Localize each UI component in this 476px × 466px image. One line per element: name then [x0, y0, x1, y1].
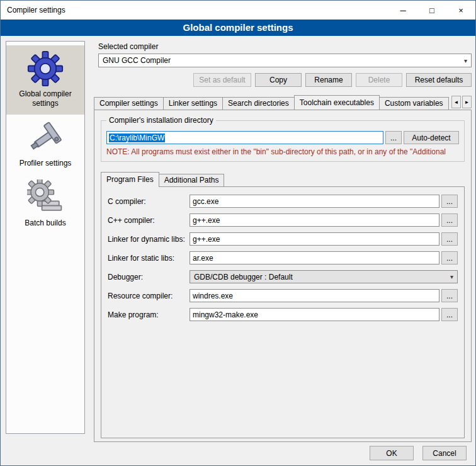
page-title: Global compiler settings: [1, 20, 475, 36]
delete-button[interactable]: Delete: [356, 73, 402, 87]
static-linker-input[interactable]: [190, 251, 439, 264]
titlebar: Compiler settings ─ □ ×: [1, 1, 475, 20]
auto-detect-button[interactable]: Auto-detect: [404, 131, 459, 144]
maximize-button[interactable]: □: [417, 1, 446, 20]
tab-linker-settings[interactable]: Linker settings: [163, 97, 223, 110]
field-row: C compiler: ...: [108, 195, 458, 208]
program-files-panel: C compiler: ... C++ compiler: ... Linker…: [101, 186, 465, 438]
minimize-button[interactable]: ─: [388, 1, 417, 20]
static-linker-browse-button[interactable]: ...: [441, 251, 458, 264]
field-row: Linker for static libs: ...: [108, 251, 458, 264]
sidebar-item-label: Global compiler settings: [8, 89, 83, 108]
tab-scroll-right-button[interactable]: ►: [462, 96, 472, 108]
note-text: NOTE: All programs must exist either in …: [106, 147, 459, 156]
sidebar-item-label: Batch builds: [8, 219, 83, 228]
window-title: Compiler settings: [1, 6, 388, 14]
ok-button[interactable]: OK: [370, 446, 414, 460]
tab-scroll-left-button[interactable]: ◄: [451, 96, 461, 108]
sidebar: Global compiler settings Profiler settin…: [6, 41, 85, 434]
sidebar-item-batch-builds[interactable]: Batch builds: [6, 174, 84, 234]
compiler-buttons-row: Set as default Copy Rename Delete Reset …: [93, 73, 472, 87]
tab-build-options[interactable]: Build options: [448, 97, 449, 110]
debugger-select[interactable]: GDB/CDB debugger : Default ▾: [190, 270, 458, 283]
dynamic-linker-label: Linker for dynamic libs:: [108, 235, 190, 244]
make-program-browse-button[interactable]: ...: [441, 308, 458, 321]
cancel-button[interactable]: Cancel: [422, 446, 467, 460]
chevron-down-icon: ▾: [464, 57, 467, 64]
static-linker-label: Linker for static libs:: [108, 254, 190, 263]
field-row: Linker for dynamic libs: ...: [108, 232, 458, 246]
cpp-compiler-label: C++ compiler:: [108, 216, 190, 225]
installation-directory-input[interactable]: C:\raylib\MinGW: [106, 131, 383, 144]
field-row: C++ compiler: ...: [108, 213, 458, 227]
c-compiler-input[interactable]: [190, 195, 439, 208]
debugger-select-value: GDB/CDB debugger : Default: [194, 273, 293, 281]
c-compiler-label: C compiler:: [108, 197, 190, 206]
tab-additional-paths[interactable]: Additional Paths: [159, 174, 225, 186]
dynamic-linker-input[interactable]: [190, 232, 439, 246]
toolchain-executables-panel: Compiler's installation directory C:\ray…: [94, 110, 472, 442]
close-button[interactable]: ×: [446, 1, 475, 20]
gear-gray-icon: [27, 179, 64, 216]
dynamic-linker-browse-button[interactable]: ...: [441, 232, 458, 246]
resource-compiler-label: Resource compiler:: [108, 292, 190, 300]
tab-row: Compiler settings Linker settings Search…: [94, 94, 472, 110]
set-as-default-button[interactable]: Set as default: [193, 73, 251, 87]
window-controls: ─ □ ×: [388, 1, 475, 20]
installation-directory-row: C:\raylib\MinGW ... Auto-detect: [106, 131, 459, 144]
copy-button[interactable]: Copy: [255, 73, 302, 87]
compiler-select-value: GNU GCC Compiler: [103, 56, 171, 65]
dialog-footer: OK Cancel: [370, 446, 467, 460]
resource-compiler-browse-button[interactable]: ...: [441, 289, 458, 302]
selected-compiler-label: Selected compiler: [98, 42, 472, 51]
tab-compiler-settings[interactable]: Compiler settings: [94, 97, 164, 110]
group-title: Compiler's installation directory: [106, 116, 216, 125]
browse-directory-button[interactable]: ...: [385, 131, 402, 144]
sidebar-item-label: Profiler settings: [8, 159, 83, 168]
tab-custom-variables[interactable]: Custom variables: [379, 97, 449, 110]
cpp-compiler-input[interactable]: [190, 213, 439, 227]
reset-defaults-button[interactable]: Reset defaults: [406, 73, 472, 87]
profiler-tool-icon: [27, 120, 64, 156]
tab-scroll-controls: ◄ ►: [451, 96, 472, 108]
chevron-down-icon: ▾: [450, 273, 453, 280]
tab-strip: Compiler settings Linker settings Search…: [94, 94, 449, 110]
installation-directory-group: Compiler's installation directory C:\ray…: [101, 120, 465, 162]
subtab-strip: Program Files Additional Paths: [101, 172, 466, 186]
tab-program-files[interactable]: Program Files: [101, 172, 159, 187]
compiler-select[interactable]: GNU GCC Compiler ▾: [98, 54, 472, 67]
field-row: Make program: ...: [108, 308, 458, 321]
make-program-label: Make program:: [108, 310, 190, 319]
tab-search-directories[interactable]: Search directories: [222, 97, 295, 110]
resource-compiler-input[interactable]: [190, 289, 439, 302]
main-panel: Selected compiler GNU GCC Compiler ▾ Set…: [93, 38, 472, 442]
rename-button[interactable]: Rename: [305, 73, 352, 87]
field-row: Resource compiler: ...: [108, 289, 458, 302]
tab-toolchain-executables[interactable]: Toolchain executables: [294, 95, 380, 110]
make-program-input[interactable]: [190, 308, 439, 321]
debugger-label: Debugger:: [108, 273, 190, 281]
compiler-settings-window: Compiler settings ─ □ × Global compiler …: [0, 0, 476, 466]
c-compiler-browse-button[interactable]: ...: [441, 195, 458, 208]
sidebar-item-global-compiler-settings[interactable]: Global compiler settings: [6, 45, 84, 115]
installation-directory-value: C:\raylib\MinGW: [109, 134, 165, 142]
field-row: Debugger: GDB/CDB debugger : Default ▾: [108, 270, 458, 283]
gear-blue-icon: [27, 50, 64, 87]
sidebar-item-profiler-settings[interactable]: Profiler settings: [6, 115, 84, 174]
cpp-compiler-browse-button[interactable]: ...: [441, 213, 458, 227]
